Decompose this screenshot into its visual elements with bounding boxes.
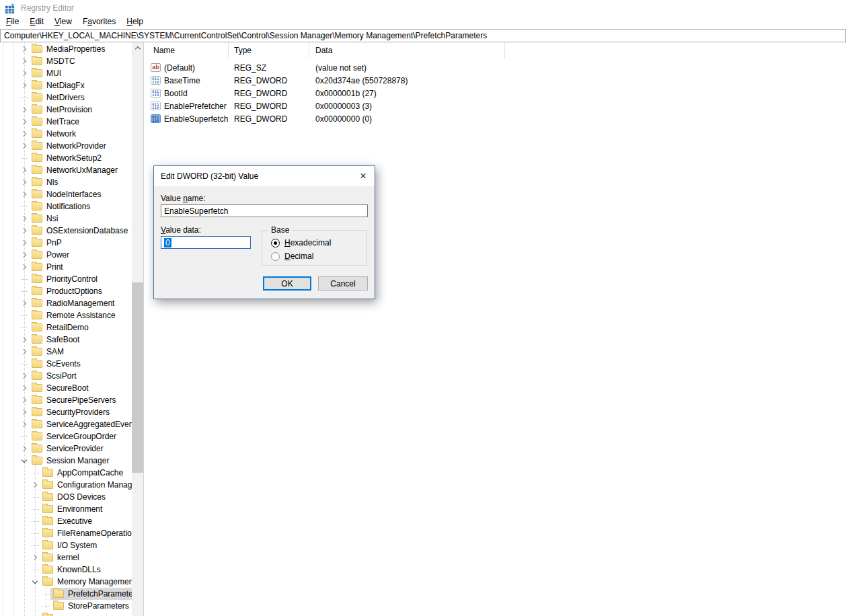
tree-expander-icon[interactable]	[20, 178, 29, 187]
tree-expander-icon[interactable]	[30, 613, 40, 616]
tree-item[interactable]: Nsi	[0, 213, 132, 225]
tree-item[interactable]: Network	[0, 128, 132, 140]
tree-item[interactable]: ServiceAggregatedEvents	[0, 418, 132, 430]
tree-expander-icon[interactable]	[30, 577, 40, 586]
tree-item[interactable]: RetailDemo	[0, 321, 132, 334]
value-row[interactable]: EnablePrefetcher REG_DWORD 0x00000003 (3…	[147, 100, 846, 112]
tree-item[interactable]: NodeInterfaces	[0, 188, 132, 200]
tree-expander-icon[interactable]	[30, 492, 40, 502]
cancel-button[interactable]: Cancel	[318, 276, 368, 291]
tree-expander-icon[interactable]	[20, 190, 29, 199]
tree-expander-icon[interactable]	[20, 323, 29, 332]
tree-item[interactable]: kernel	[0, 551, 132, 564]
menu-file[interactable]: File	[1, 16, 24, 28]
tree-expander-icon[interactable]	[30, 529, 40, 538]
tree-item[interactable]: OSExtensionDatabase	[0, 225, 132, 237]
scroll-up-icon[interactable]	[132, 42, 143, 54]
tree-item[interactable]: Remote Assistance	[0, 309, 132, 321]
tree-expander-icon[interactable]	[20, 202, 29, 211]
tree-item[interactable]: Notifications	[0, 200, 132, 213]
value-row[interactable]: (Default) REG_SZ (value not set)	[147, 61, 846, 74]
tree-item[interactable]: ScsiPort	[0, 370, 132, 382]
tree-expander-icon[interactable]	[20, 420, 29, 429]
tree-expander-icon[interactable]	[30, 541, 40, 550]
menu-help[interactable]: Help	[121, 16, 149, 28]
tree-expander-icon[interactable]	[30, 504, 40, 514]
tree-item[interactable]: NetDiagFx	[0, 79, 132, 91]
menu-view[interactable]: View	[49, 16, 77, 28]
tree-expander-icon[interactable]	[20, 383, 29, 393]
tree-item[interactable]: PnP	[0, 237, 132, 249]
value-name-field[interactable]: EnableSuperfetch	[161, 204, 368, 217]
radio-button-icon[interactable]	[271, 252, 280, 261]
tree-item[interactable]: ServiceProvider	[0, 442, 132, 455]
tree-expander-icon[interactable]	[20, 117, 29, 126]
tree-expander-icon[interactable]	[20, 286, 29, 296]
tree-expander-icon[interactable]	[20, 81, 29, 90]
tree-expander-icon[interactable]	[20, 44, 29, 54]
tree-item[interactable]: SecurityProviders	[0, 406, 132, 418]
tree-expander-icon[interactable]	[20, 432, 29, 441]
tree-item[interactable]: Print	[0, 261, 132, 273]
tree-item[interactable]: NetTrace	[0, 116, 132, 128]
tree-item[interactable]: Configuration Manager	[0, 479, 132, 491]
tree-item[interactable]: ProductOptions	[0, 285, 132, 297]
tree-item[interactable]: Environment	[0, 503, 132, 515]
tree-item[interactable]: I/O System	[0, 539, 132, 551]
ok-button[interactable]: OK	[263, 276, 311, 291]
tree-item[interactable]: MediaProperties	[0, 43, 132, 55]
tree-item[interactable]	[0, 612, 132, 616]
tree-item[interactable]: NetProvision	[0, 104, 132, 116]
tree-expander-icon[interactable]	[20, 153, 29, 163]
tree-item[interactable]: ServiceGroupOrder	[0, 430, 132, 442]
tree-expander-icon[interactable]	[20, 129, 29, 139]
tree-item[interactable]: KnownDLLs	[0, 564, 132, 576]
radio-button-icon[interactable]	[271, 239, 280, 247]
tree-expander-icon[interactable]	[30, 468, 40, 477]
tree-item[interactable]: SAM	[0, 346, 132, 358]
value-row[interactable]: BaseTime REG_DWORD 0x20d374ae (550728878…	[147, 74, 846, 87]
tree-item[interactable]: StoreParameters	[0, 600, 132, 612]
tree-expander-icon[interactable]	[20, 226, 29, 235]
tree-expander-icon[interactable]	[20, 238, 29, 247]
tree-item[interactable]: Nls	[0, 176, 132, 188]
tree-item[interactable]: NetworkProvider	[0, 140, 132, 152]
tree-item[interactable]: PriorityControl	[0, 273, 132, 285]
tree-expander-icon[interactable]	[20, 105, 29, 114]
tree-expander-icon[interactable]	[20, 214, 29, 223]
tree-expander-icon[interactable]	[20, 262, 29, 272]
tree-expander-icon[interactable]	[30, 553, 40, 562]
tree-expander-icon[interactable]	[20, 371, 29, 381]
value-row[interactable]: EnableSuperfetch REG_DWORD 0x00000000 (0…	[147, 112, 846, 125]
radio-decimal[interactable]: Decimal	[271, 252, 313, 261]
tree-item[interactable]: NetworkUxManager	[0, 164, 132, 176]
tree-scrollbar[interactable]	[132, 42, 143, 616]
tree-expander-icon[interactable]	[20, 141, 29, 151]
tree-expander-icon[interactable]	[20, 347, 29, 356]
tree-expander-icon[interactable]	[20, 311, 29, 320]
tree-item[interactable]: SecureBoot	[0, 382, 132, 394]
tree-expander-icon[interactable]	[41, 601, 50, 611]
menu-favorites[interactable]: Favorites	[77, 16, 121, 28]
tree-expander-icon[interactable]	[20, 395, 29, 405]
tree-expander-icon[interactable]	[20, 408, 29, 417]
tree-expander-icon[interactable]	[20, 250, 29, 260]
tree-expander-icon[interactable]	[20, 335, 29, 344]
tree-expander-icon[interactable]	[41, 589, 50, 599]
tree-item[interactable]: NetDrivers	[0, 91, 132, 104]
tree-item[interactable]: MUI	[0, 67, 132, 79]
value-row[interactable]: BootId REG_DWORD 0x0000001b (27)	[147, 87, 846, 100]
tree-item[interactable]: Session Manager	[0, 455, 132, 467]
scrollbar-thumb[interactable]	[132, 282, 143, 473]
tree-item[interactable]: NetworkSetup2	[0, 152, 132, 164]
tree-item[interactable]: FileRenameOperations	[0, 527, 132, 539]
tree-item[interactable]: AppCompatCache	[0, 467, 132, 479]
tree-expander-icon[interactable]	[20, 274, 29, 284]
tree-expander-icon[interactable]	[20, 93, 29, 102]
tree-item[interactable]: ScEvents	[0, 358, 132, 370]
tree-item[interactable]: Executive	[0, 515, 132, 527]
tree-expander-icon[interactable]	[20, 165, 29, 175]
tree-expander-icon[interactable]	[20, 359, 29, 369]
address-bar[interactable]: Computer\HKEY_LOCAL_MACHINE\SYSTEM\Curre…	[0, 29, 846, 42]
tree-item[interactable]: PrefetchParameters	[0, 588, 132, 600]
